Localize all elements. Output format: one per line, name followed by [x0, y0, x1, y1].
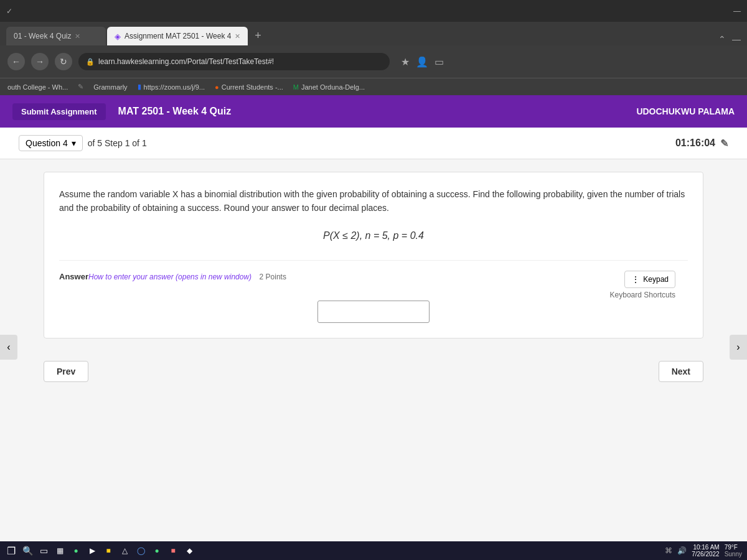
bookmark-college[interactable]: outh College - Wh...: [7, 83, 68, 91]
tab-add-button[interactable]: +: [249, 27, 266, 44]
answer-input-box: [59, 301, 688, 323]
lock-icon: 🔒: [86, 58, 95, 66]
weather-condition: Sunny: [725, 551, 742, 558]
nav-bottom: Prev Next: [25, 351, 722, 392]
bookmark-grammarly-icon: ✎: [78, 83, 83, 91]
answer-input[interactable]: [317, 301, 430, 323]
bookmark-current-students[interactable]: ● Current Students -...: [215, 83, 283, 91]
clock-date: 7/26/2022: [692, 551, 720, 558]
volume-icon: 🔊: [677, 546, 687, 555]
taskbar-app6[interactable]: ◯: [134, 544, 147, 557]
scroll-left-arrow[interactable]: ‹: [0, 335, 17, 360]
taskbar-app1[interactable]: ▦: [54, 544, 66, 557]
taskbar-app8[interactable]: ■: [167, 544, 179, 557]
question-number: Question 4: [26, 138, 68, 148]
wifi-icon: ⌘: [665, 546, 672, 555]
bookmark-grammarly[interactable]: Grammarly: [93, 83, 127, 91]
question-header: Question 4 ▾ of 5 Step 1 of 1 01:16:04 ✎: [0, 128, 747, 159]
keyboard-shortcuts-link[interactable]: Keyboard Shortcuts: [610, 291, 675, 299]
timer-value: 01:16:04: [675, 138, 715, 149]
tab-favicon: ◈: [115, 32, 121, 41]
math-formula: P(X ≤ 2), n = 5, p = 0.4: [59, 230, 688, 241]
taskbar-app7[interactable]: ●: [151, 544, 163, 557]
taskbar-app2[interactable]: ●: [70, 544, 82, 557]
app-header: Submit Assignment MAT 2501 - Week 4 Quiz…: [0, 95, 747, 128]
timer-icon: ✎: [720, 138, 728, 149]
tab-label-1: 01 - Week 4 Quiz: [14, 32, 71, 40]
reload-button[interactable]: ↻: [55, 53, 72, 70]
answer-section: AnswerHow to enter your answer (opens in…: [59, 260, 688, 323]
right-arrow-icon: ›: [736, 342, 740, 353]
app-area: Submit Assignment MAT 2501 - Week 4 Quiz…: [0, 95, 747, 541]
browser-minimize[interactable]: ⌃: [718, 34, 726, 44]
question-body: Assume the random variable X has a binom…: [44, 172, 703, 338]
tab-close-2[interactable]: ✕: [235, 32, 240, 40]
dropdown-arrow-icon: ▾: [72, 138, 76, 148]
taskbar-right: ⌘ 🔊 10:16 AM 7/26/2022 79°F Sunny: [665, 544, 742, 558]
content-area: ‹ › Question 4 ▾ of 5 Step 1 of 1 01:16:…: [0, 128, 747, 541]
question-dropdown[interactable]: Question 4 ▾: [19, 135, 83, 151]
header-left: Submit Assignment MAT 2501 - Week 4 Quiz: [12, 103, 231, 120]
taskbar-app3[interactable]: ▶: [86, 544, 98, 557]
zoom-icon: ▮: [138, 83, 141, 91]
url-bar[interactable]: 🔒 learn.hawkeslearning.com/Portal/Test/T…: [78, 53, 390, 70]
question-text: Assume the random variable X has a binom…: [59, 187, 688, 215]
profile-icon[interactable]: 👤: [416, 56, 428, 68]
tab-close-1[interactable]: ✕: [75, 32, 80, 40]
taskbar-app5[interactable]: △: [118, 544, 131, 557]
gmail-icon: M: [293, 83, 299, 91]
answer-right-tools: ⋮ Keypad Keyboard Shortcuts: [610, 271, 675, 299]
question-content-wrapper: Assume the random variable X has a binom…: [0, 159, 747, 541]
address-bar: ← → ↻ 🔒 learn.hawkeslearning.com/Portal/…: [0, 45, 747, 78]
formula-text: P(X ≤ 2), n = 5, p = 0.4: [323, 230, 424, 241]
taskbar-app4[interactable]: ■: [102, 544, 115, 557]
tab-week4quiz[interactable]: 01 - Week 4 Quiz ✕: [6, 27, 106, 45]
answer-label-area: AnswerHow to enter your answer (opens in…: [59, 271, 286, 282]
points-label: 2 Points: [260, 273, 286, 281]
browser-close[interactable]: ―: [732, 34, 741, 44]
answer-help-link[interactable]: How to enter your answer (opens in new w…: [88, 273, 251, 281]
question-step: of 5 Step 1 of 1: [88, 138, 147, 148]
scroll-right-arrow[interactable]: ›: [730, 335, 747, 360]
quiz-title: MAT 2501 - Week 4 Quiz: [118, 106, 232, 117]
submit-assignment-button[interactable]: Submit Assignment: [12, 103, 106, 120]
keypad-label: Keypad: [643, 275, 669, 284]
tab-label-2: Assignment MAT 2501 - Week 4: [125, 32, 231, 40]
answer-label: Answer: [59, 272, 88, 281]
clock-time: 10:16 AM: [692, 544, 720, 551]
weather-temp: 79°F: [725, 544, 742, 551]
bookmarks-bar: outh College - Wh... ✎ Grammarly ▮ https…: [0, 78, 747, 95]
taskview-icon[interactable]: ▭: [37, 544, 50, 557]
prev-button[interactable]: Prev: [44, 361, 88, 382]
user-name: UDOCHUKWU PALAMA: [636, 106, 735, 116]
taskbar: ❐ 🔍 ▭ ▦ ● ▶ ■ △ ◯ ● ■ ◆ ⌘ 🔊 10:16 AM 7/2…: [0, 541, 747, 560]
taskbar-app9[interactable]: ◆: [183, 544, 195, 557]
question-selector: Question 4 ▾ of 5 Step 1 of 1: [19, 135, 147, 151]
url-text: learn.hawkeslearning.com/Portal/Test/Tes…: [98, 57, 274, 66]
keypad-button[interactable]: ⋮ Keypad: [624, 271, 675, 288]
forward-button[interactable]: →: [31, 53, 49, 70]
students-icon: ●: [215, 83, 219, 91]
bookmark-janet[interactable]: M Janet Orduna-Delg...: [293, 83, 365, 91]
left-arrow-icon: ‹: [7, 342, 10, 353]
search-icon[interactable]: 🔍: [21, 544, 34, 557]
taskbar-left: ❐ 🔍 ▭ ▦ ● ▶ ■ △ ◯ ● ■ ◆: [5, 544, 195, 557]
keypad-grid-icon: ⋮: [631, 274, 640, 284]
answer-row: AnswerHow to enter your answer (opens in…: [59, 271, 688, 282]
bookmark-zoom[interactable]: ▮ https://zoom.us/j/9...: [138, 83, 205, 91]
tab-assignment[interactable]: ◈ Assignment MAT 2501 - Week 4 ✕: [107, 27, 248, 45]
clock: 10:16 AM 7/26/2022: [692, 544, 720, 558]
weather-widget: 79°F Sunny: [725, 544, 742, 558]
timer: 01:16:04 ✎: [675, 138, 728, 149]
extensions-icon[interactable]: ▭: [435, 56, 444, 68]
next-button[interactable]: Next: [659, 361, 703, 382]
top-bar: ✓ ―: [0, 0, 747, 22]
back-button[interactable]: ←: [7, 53, 25, 70]
tab-bar: 01 - Week 4 Quiz ✕ ◈ Assignment MAT 2501…: [0, 22, 747, 45]
bookmark-star-icon[interactable]: ★: [401, 56, 410, 68]
windows-start-icon[interactable]: ❐: [5, 544, 17, 557]
